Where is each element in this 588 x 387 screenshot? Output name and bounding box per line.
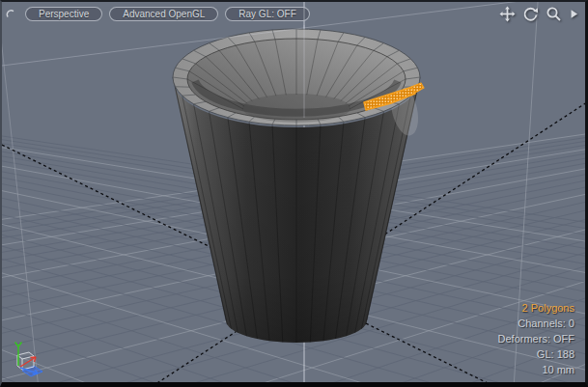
3d-viewport[interactable]: Perspective Advanced OpenGL Ray GL: OFF [0,0,588,387]
viewport-arc-menu-icon[interactable] [6,9,17,20]
ray-gl-button[interactable]: Ray GL: OFF [225,7,309,21]
channels-readout: Channels: 0 [498,316,574,331]
pan-icon[interactable] [499,6,516,22]
grid-size-readout: 10 mm [498,362,574,377]
deformers-readout: Deformers: OFF [498,331,574,346]
zoom-magnifier-icon[interactable] [546,6,562,22]
view-type-button[interactable]: Perspective [25,7,102,21]
gizmo-cube [17,352,34,370]
axis-gizmo [7,341,47,379]
orbit-rotate-icon[interactable] [522,6,539,22]
selection-count: 2 Polygons [498,300,574,316]
shading-mode-button[interactable]: Advanced OpenGL [109,7,218,21]
viewport-status: 2 Polygons Channels: 0 Deformers: OFF GL… [498,300,574,377]
gl-readout: GL: 188 [498,346,574,362]
expand-arrow-icon[interactable] [569,7,579,21]
